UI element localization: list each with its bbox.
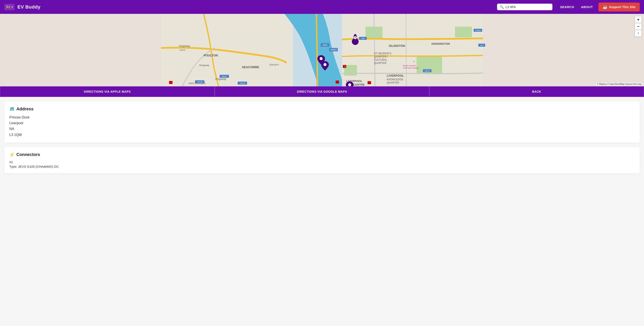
search-icon: 🔍 — [500, 5, 504, 9]
address-line4: L3 1QW — [9, 132, 635, 138]
map-controls: + − ↑ — [635, 17, 642, 37]
about-nav-button[interactable]: ABOUT — [581, 5, 593, 9]
svg-marker-3 — [342, 14, 483, 86]
svg-text:🚂: 🚂 — [344, 65, 346, 68]
support-label: Support This Site — [609, 5, 636, 9]
svg-rect-47 — [336, 81, 339, 84]
svg-text:QUARTER: QUARTER — [387, 81, 399, 84]
address-title-text: Address — [16, 107, 34, 111]
svg-text:A59: A59 — [361, 38, 364, 40]
language-selector[interactable]: 🇬🇧 ▾ — [4, 4, 14, 10]
connectors-icon: ⚡ — [9, 152, 15, 157]
connector-type: Type: JEVS G105 (CHAdeMO) DC — [9, 165, 635, 168]
svg-text:+: + — [413, 60, 415, 63]
apple-maps-button[interactable]: DIRECTIONS VIA APPLE MAPS — [0, 86, 215, 97]
svg-text:LIVERPOOL: LIVERPOOL — [387, 74, 404, 77]
svg-text:A5139: A5139 — [240, 82, 245, 84]
connectors-title-text: Connectors — [16, 152, 40, 157]
flag-icon: 🇬🇧 — [6, 5, 11, 9]
svg-text:CULTURAL: CULTURAL — [374, 58, 388, 61]
svg-text:University Hospital: University Hospital — [403, 67, 419, 69]
address-card: 🗺️ Address Princes Dock Liverpool NA L3 … — [4, 101, 640, 143]
svg-text:A565: A565 — [322, 44, 328, 46]
svg-point-55 — [348, 83, 351, 86]
svg-point-54 — [324, 63, 326, 66]
svg-rect-46 — [368, 81, 371, 84]
address-line1: Princes Dock — [9, 114, 635, 120]
svg-text:A5063: A5063 — [330, 49, 337, 51]
svg-rect-6 — [455, 27, 472, 37]
address-icon: 🗺️ — [9, 106, 15, 111]
svg-text:POULTON: POULTON — [204, 54, 218, 57]
svg-text:HMS Bronington: HMS Bronington — [189, 82, 206, 85]
svg-text:QUARTER /: QUARTER / — [374, 55, 388, 58]
svg-text:ISLINGTON: ISLINGTON — [389, 44, 405, 48]
app-header: 🇬🇧 ▾ EV Buddy 🔍 SEARCH ABOUT ☕ Support T… — [0, 0, 644, 14]
svg-text:SEACOMBE: SEACOMBE — [242, 65, 259, 69]
svg-text:Kingsway: Kingsway — [199, 64, 210, 67]
reset-bearing-button[interactable]: ↑ — [635, 30, 642, 37]
zoom-in-button[interactable]: + — [635, 17, 642, 23]
svg-rect-2 — [316, 78, 338, 86]
svg-text:KENSINGTON: KENSINGTON — [432, 42, 450, 45]
connector-number: #1 — [9, 160, 635, 164]
back-button[interactable]: BACK — [429, 86, 644, 97]
svg-text:Kingsway: Kingsway — [179, 45, 190, 48]
search-nav-button[interactable]: SEARCH — [560, 5, 574, 9]
connectors-card: ⚡ Connectors #1 Type: JEVS G105 (CHAdeMO… — [4, 147, 640, 173]
svg-rect-48 — [169, 81, 172, 84]
zoom-out-button[interactable]: − — [635, 23, 642, 30]
address-line3: NA — [9, 126, 635, 132]
search-bar: 🔍 — [497, 4, 552, 10]
connectors-section-title: ⚡ Connectors — [9, 152, 635, 157]
map-svg: A565 A5063 A59 A5027 A5139 A5139 POULTON… — [0, 14, 644, 86]
support-button[interactable]: ☕ Support This Site — [598, 3, 640, 12]
map-container: A565 A5063 A59 A5027 A5139 A5139 POULTON… — [0, 14, 644, 86]
svg-text:Royal Liverpool: Royal Liverpool — [403, 65, 416, 67]
svg-text:A5027: A5027 — [222, 75, 227, 78]
svg-point-53 — [320, 57, 323, 60]
svg-text:3: 3 — [354, 37, 356, 39]
address-line2: Liverpool — [9, 120, 635, 126]
svg-text:QUARTER: QUARTER — [374, 62, 386, 65]
app-title: EV Buddy — [18, 4, 497, 10]
svg-text:ST GEORGE'S: ST GEORGE'S — [374, 52, 391, 55]
svg-text:A5047: A5047 — [424, 70, 430, 72]
action-buttons: DIRECTIONS VIA APPLE MAPS DIRECTIONS VIA… — [0, 86, 644, 97]
address-section-title: 🗺️ Address — [9, 106, 635, 111]
svg-text:B5145: B5145 — [180, 49, 185, 51]
svg-text:Spaceport: Spaceport — [269, 64, 279, 66]
content-area: 🗺️ Address Princes Dock Liverpool NA L3 … — [0, 97, 644, 182]
svg-text:KNOWLEDGE: KNOWLEDGE — [387, 78, 403, 81]
search-input[interactable] — [506, 5, 550, 9]
map-attribution: © Mapbox © OpenStreetMap Improve this ma… — [596, 83, 642, 86]
chevron-down-icon: ▾ — [12, 6, 13, 9]
svg-text:A57: A57 — [480, 44, 484, 47]
google-maps-button[interactable]: DIRECTIONS VIA GOOGLE MAPS — [215, 86, 429, 97]
svg-text:A5049: A5049 — [475, 30, 481, 32]
coffee-icon: ☕ — [603, 5, 607, 9]
svg-text:Kingsway: Kingsway — [215, 78, 226, 81]
